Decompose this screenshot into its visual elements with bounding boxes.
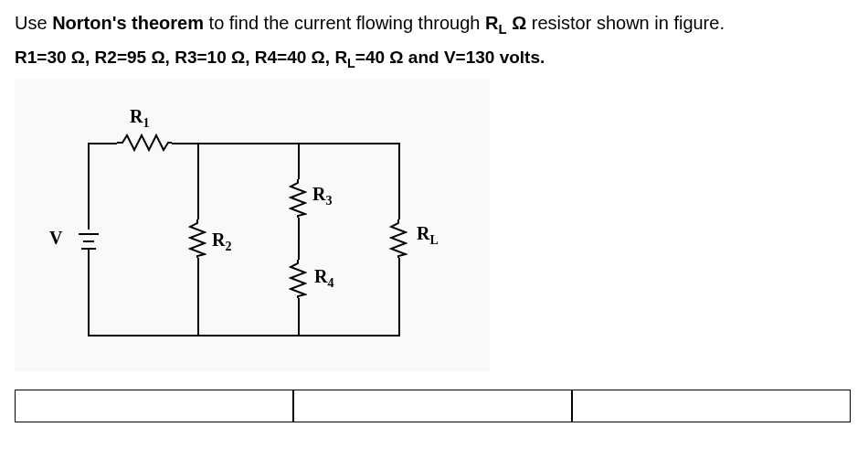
answer-box-1[interactable] [15, 390, 293, 422]
value-and: and [408, 48, 444, 67]
value-r4: R4=40 Ω, [255, 48, 335, 67]
theorem-name: Norton's theorem [52, 13, 204, 33]
circuit-diagram: R1 V R2 R3 R4 RL [15, 79, 490, 371]
resistor-r4 [289, 260, 307, 298]
resistor-rl [389, 219, 408, 258]
problem-statement: Use Norton's theorem to find the current… [15, 9, 853, 40]
label-r2: R2 [212, 230, 231, 254]
answer-box-2[interactable] [293, 390, 572, 422]
answer-row [15, 390, 853, 422]
label-r4: R4 [314, 266, 333, 291]
value-v: V=130 volts. [444, 48, 545, 67]
value-rl: RL=40 Ω [334, 48, 408, 67]
value-r3: R3=10 Ω, [175, 48, 255, 67]
label-rl: RL [417, 223, 439, 248]
resistor-r3 [289, 179, 307, 218]
text-prefix: Use [15, 13, 52, 33]
label-r3: R3 [312, 184, 332, 208]
given-values: R1=30 Ω, R2=95 Ω, R3=10 Ω, R4=40 Ω, RL=4… [15, 48, 853, 70]
value-r1: R1=30 Ω, [15, 48, 95, 67]
text-suffix: resistor shown in figure. [526, 13, 725, 33]
rl-symbol: RL Ω [485, 13, 526, 33]
text-middle: to find the current flowing through [204, 13, 485, 33]
label-r1: R1 [130, 106, 149, 131]
answer-box-3[interactable] [572, 390, 851, 422]
value-r2: R2=95 Ω, [95, 48, 175, 67]
label-v: V [49, 228, 62, 249]
resistor-r1 [117, 134, 172, 152]
resistor-r2 [188, 219, 206, 258]
